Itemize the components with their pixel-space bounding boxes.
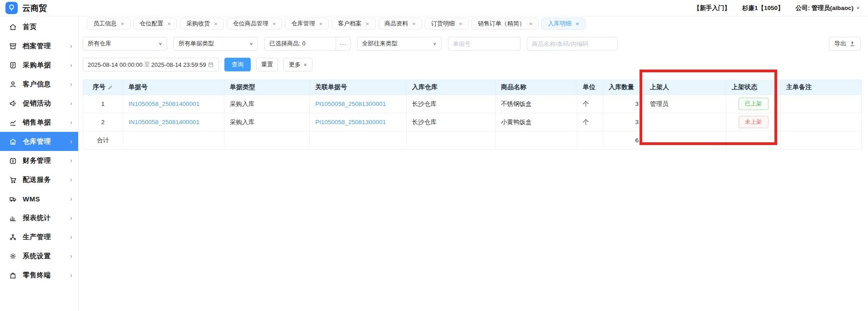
rel-no-link[interactable]: PI1050058_25081300001	[315, 100, 386, 107]
tab-purchase-receiving[interactable]: 采购收货×	[180, 18, 224, 30]
doc-no-field-wrap	[448, 37, 521, 50]
company-label: 公司: 管理员(aibaoc)	[795, 4, 853, 12]
tab-goods-data[interactable]: 商品资料×	[378, 18, 422, 30]
tab-employee-info[interactable]: 员工信息×	[87, 18, 131, 30]
cart-icon	[9, 176, 17, 184]
company-menu[interactable]: 公司: 管理员(aibaoc) ∨	[795, 4, 860, 12]
close-icon[interactable]: ×	[575, 20, 579, 27]
table-row[interactable]: 1 IN1050058_25081400001 采购入库 PI1050058_2…	[83, 95, 862, 113]
tab-bar: 员工信息× 仓位配置× 采购收货× 仓位商品管理× 仓库管理× 客户档案× 商品…	[79, 16, 868, 30]
chevron-right-icon: ›	[70, 138, 72, 145]
status-badge: 已上架	[739, 98, 769, 110]
tab-order-detail[interactable]: 订货明细×	[425, 18, 469, 30]
home-icon	[9, 23, 17, 31]
chevron-right-icon: ›	[70, 157, 72, 164]
export-button[interactable]: 导出	[829, 37, 861, 50]
col-doc-no: 单据号	[123, 80, 224, 95]
close-icon[interactable]: ×	[273, 20, 276, 27]
search-button[interactable]: 查询	[224, 58, 251, 71]
tab-bin-goods-mgmt[interactable]: 仓位商品管理×	[227, 18, 283, 30]
doc-type-select[interactable]: 所有单据类型 ∨	[174, 37, 258, 50]
close-icon[interactable]: ×	[121, 20, 124, 27]
sidebar-item-settings[interactable]: 系统设置 ›	[0, 246, 78, 266]
reset-button[interactable]: 重置	[256, 58, 278, 71]
sidebar-item-delivery[interactable]: 配送服务 ›	[0, 170, 78, 189]
close-icon[interactable]: ×	[366, 20, 369, 27]
chevron-down-icon: ∨	[159, 41, 162, 46]
summary-label: 合计	[83, 131, 123, 150]
summary-row: 合计 6	[83, 131, 862, 150]
account-name: 杉廉1【1050】	[742, 4, 784, 12]
table-header-row: 序号 单据号 单据类型 关联单据号 入库仓库 商品名称 单位 入库数量 上架人 …	[83, 80, 862, 95]
chevron-right-icon: ›	[70, 119, 72, 126]
col-product: 商品名称	[496, 80, 577, 95]
sidebar-item-promotions[interactable]: 促销活动 ›	[0, 94, 78, 113]
network-icon	[9, 233, 17, 241]
chevron-right-icon: ›	[70, 61, 72, 69]
doc-no-link[interactable]: IN1050058_25081400001	[129, 100, 199, 107]
document-icon	[9, 61, 17, 69]
sidebar-item-home[interactable]: 首页	[0, 17, 78, 36]
sidebar-item-reports[interactable]: 报表统计 ›	[0, 208, 78, 227]
bag-icon	[9, 271, 17, 279]
date-range-picker[interactable]: 2025-08-14 00:00:00 至 2025-08-14 23:59:5…	[83, 58, 219, 71]
col-seq: 序号	[93, 83, 105, 91]
close-icon[interactable]: ×	[319, 20, 322, 27]
chevron-right-icon: ›	[70, 271, 72, 279]
tab-bin-config[interactable]: 仓位配置×	[134, 18, 178, 30]
sidebar-item-wms[interactable]: WMS ›	[0, 189, 78, 208]
col-status: 上架状态	[726, 80, 781, 95]
more-options-button[interactable]: ···	[336, 37, 350, 50]
export-icon	[849, 41, 855, 47]
summary-qty: 6	[603, 131, 645, 150]
selected-goods-picker[interactable]: 已选择商品: 0 ···	[264, 37, 351, 50]
sidebar-item-archives[interactable]: 档案管理 ›	[0, 36, 78, 55]
sidebar-item-finance[interactable]: 财务管理 ›	[0, 151, 78, 170]
pencil-icon[interactable]	[108, 85, 113, 90]
close-icon[interactable]: ×	[412, 20, 416, 27]
more-button[interactable]: 更多 ∨	[283, 58, 312, 71]
col-unit: 单位	[577, 80, 603, 95]
chevron-down-icon: ∨	[249, 41, 253, 46]
rel-no-link[interactable]: PI1050058_25081300001	[315, 119, 386, 125]
tab-inbound-detail[interactable]: 入库明细×	[541, 18, 585, 30]
status-badge: 未上架	[739, 116, 769, 128]
sidebar-item-customer-info[interactable]: 客户信息 ›	[0, 75, 78, 94]
col-qty: 入库数量	[603, 80, 645, 95]
sidebar-item-purchase-docs[interactable]: 采购单据 ›	[0, 55, 78, 75]
tab-customer-archive[interactable]: 客户档案×	[332, 18, 376, 30]
close-icon[interactable]: ×	[459, 20, 462, 27]
partner-type-select[interactable]: 全部往来类型 ∨	[357, 37, 441, 50]
close-icon[interactable]: ×	[168, 20, 171, 27]
doc-no-input[interactable]	[448, 37, 520, 50]
date-end: 2025-08-14 23:59:59	[151, 61, 206, 68]
sidebar-item-production[interactable]: 生产管理 ›	[0, 227, 78, 246]
col-warehouse: 入库仓库	[407, 80, 496, 95]
tab-sales-order-simple[interactable]: 销售订单（精简）×	[471, 18, 539, 30]
close-icon[interactable]: ×	[214, 20, 218, 27]
chevron-right-icon: ›	[70, 100, 72, 107]
col-remark: 主单备注	[781, 80, 862, 95]
sidebar-item-warehouse[interactable]: 仓库管理 ›	[0, 132, 78, 151]
sidebar-item-sales-docs[interactable]: 销售单据 ›	[0, 113, 78, 132]
doc-no-link[interactable]: IN1050058_25081400001	[129, 119, 199, 125]
goods-search-input[interactable]	[527, 37, 617, 50]
sidebar-item-retail-terminal[interactable]: 零售终端 ›	[0, 266, 78, 285]
close-icon[interactable]: ×	[529, 20, 533, 27]
chevron-right-icon: ›	[70, 233, 72, 241]
calendar-icon	[208, 61, 214, 68]
beginner-guide-link[interactable]: 【新手入门】	[694, 4, 730, 12]
table-row[interactable]: 2 IN1050058_25081400001 采购入库 PI1050058_2…	[83, 113, 862, 131]
truck-icon	[9, 195, 17, 203]
warehouse-select[interactable]: 所有仓库 ∨	[83, 37, 167, 50]
app-title: 云商贸	[22, 3, 47, 14]
gear-icon	[9, 252, 17, 260]
date-to-label: 至	[144, 60, 150, 69]
megaphone-icon	[9, 100, 17, 107]
col-shelver: 上架人	[645, 80, 726, 95]
date-start: 2025-08-14 00:00:00	[88, 61, 143, 68]
archive-icon	[9, 42, 17, 50]
tab-warehouse-mgmt[interactable]: 仓库管理×	[285, 18, 329, 30]
finance-icon	[9, 157, 17, 165]
inbound-detail-table: 序号 单据号 单据类型 关联单据号 入库仓库 商品名称 单位 入库数量 上架人 …	[83, 80, 868, 150]
